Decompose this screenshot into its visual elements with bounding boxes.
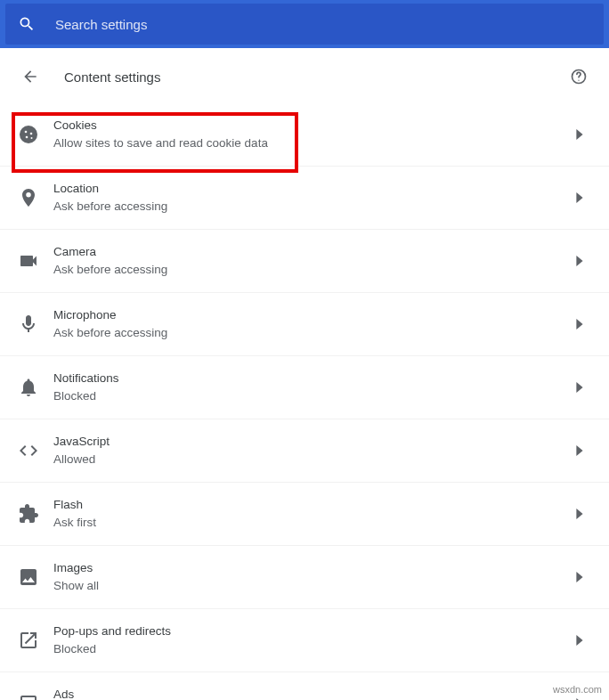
- item-text: Ads Blocked on sites that tend to show i…: [53, 686, 575, 700]
- item-title: Pop-ups and redirects: [53, 623, 575, 640]
- back-icon[interactable]: [21, 68, 39, 85]
- chevron-right-icon: [575, 319, 584, 330]
- page-header: Content settings: [0, 48, 609, 103]
- chevron-right-icon: [575, 509, 584, 519]
- item-title: Flash: [53, 496, 575, 514]
- item-text: Notifications Blocked: [53, 370, 575, 405]
- svg-point-4: [26, 136, 28, 139]
- setting-item-flash[interactable]: Flash Ask first: [0, 483, 609, 546]
- item-title: Notifications: [53, 370, 575, 387]
- item-subtitle: Allow sites to save and read cookie data: [53, 134, 575, 152]
- bell-icon: [18, 377, 39, 398]
- item-text: Flash Ask first: [53, 496, 575, 532]
- item-text: Images Show all: [53, 559, 575, 595]
- item-text: Microphone Ask before accessing: [53, 306, 575, 342]
- code-icon: [18, 440, 39, 461]
- item-subtitle: Blocked: [53, 387, 575, 405]
- setting-item-ads[interactable]: Ads Blocked on sites that tend to show i…: [0, 672, 609, 700]
- setting-item-images[interactable]: Images Show all: [0, 546, 609, 609]
- item-title: Cookies: [53, 117, 575, 134]
- setting-item-popups[interactable]: Pop-ups and redirects Blocked: [0, 609, 609, 672]
- camera-icon: [18, 250, 39, 272]
- setting-item-cookies[interactable]: Cookies Allow sites to save and read coo…: [0, 103, 609, 167]
- setting-item-camera[interactable]: Camera Ask before accessing: [0, 230, 609, 293]
- microphone-icon: [18, 313, 39, 335]
- setting-item-javascript[interactable]: JavaScript Allowed: [0, 419, 609, 483]
- svg-point-2: [25, 131, 28, 134]
- item-text: Location Ask before accessing: [53, 180, 575, 216]
- item-title: Images: [53, 559, 575, 577]
- item-title: Location: [53, 180, 575, 198]
- setting-item-location[interactable]: Location Ask before accessing: [0, 167, 609, 230]
- help-icon[interactable]: [570, 68, 588, 85]
- chevron-right-icon: [575, 445, 584, 456]
- image-icon: [18, 566, 39, 588]
- item-subtitle: Ask before accessing: [53, 324, 575, 342]
- item-text: JavaScript Allowed: [53, 433, 575, 468]
- item-subtitle: Ask first: [53, 514, 575, 532]
- item-text: Pop-ups and redirects Blocked: [53, 623, 575, 658]
- setting-item-microphone[interactable]: Microphone Ask before accessing: [0, 293, 609, 356]
- item-subtitle: Ask before accessing: [53, 261, 575, 279]
- settings-list: Cookies Allow sites to save and read coo…: [0, 103, 609, 700]
- chevron-right-icon: [575, 192, 584, 203]
- chevron-right-icon: [575, 129, 584, 140]
- watermark: wsxdn.com: [553, 684, 602, 695]
- item-subtitle: Blocked: [53, 640, 575, 658]
- item-title: Microphone: [53, 306, 575, 324]
- chevron-right-icon: [575, 635, 584, 646]
- search-bar[interactable]: [5, 4, 604, 45]
- item-title: Ads: [53, 686, 575, 700]
- chevron-right-icon: [575, 572, 584, 582]
- svg-point-5: [31, 137, 33, 139]
- item-subtitle: Show all: [53, 577, 575, 595]
- search-input[interactable]: [55, 17, 591, 32]
- setting-item-notifications[interactable]: Notifications Blocked: [0, 356, 609, 419]
- chevron-right-icon: [575, 256, 584, 266]
- popup-icon: [18, 630, 39, 651]
- ads-icon: [18, 693, 39, 700]
- extension-icon: [18, 503, 39, 525]
- page-title: Content settings: [64, 69, 570, 85]
- cookie-icon: [18, 124, 39, 145]
- item-subtitle: Allowed: [53, 451, 575, 468]
- location-icon: [18, 187, 39, 208]
- search-bar-container: [0, 0, 609, 48]
- svg-point-1: [578, 80, 579, 81]
- item-title: JavaScript: [53, 433, 575, 451]
- chevron-right-icon: [575, 382, 584, 393]
- svg-point-3: [30, 133, 33, 135]
- item-title: Camera: [53, 243, 575, 261]
- item-text: Cookies Allow sites to save and read coo…: [53, 117, 575, 152]
- item-subtitle: Ask before accessing: [53, 198, 575, 216]
- search-icon: [18, 15, 36, 33]
- item-text: Camera Ask before accessing: [53, 243, 575, 279]
